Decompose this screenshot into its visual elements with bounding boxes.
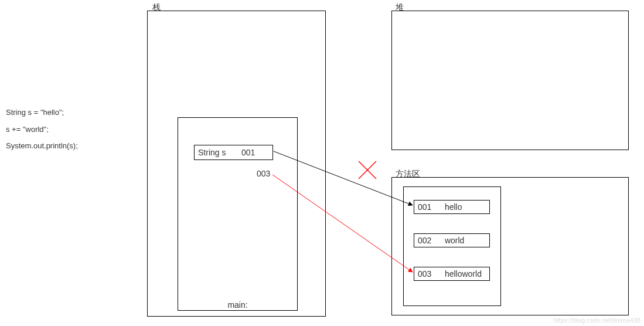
code-block: String s = "hello"; s += "world"; System… <box>6 104 78 155</box>
svg-line-0 <box>359 161 376 179</box>
pool-entry-001: 001 hello <box>414 200 490 214</box>
variable-name: String s <box>198 148 239 157</box>
cross-icon <box>359 161 376 179</box>
variable-addr-new: 003 <box>257 169 270 178</box>
pool-addr: 003 <box>418 269 442 279</box>
variable-addr-old: 001 <box>241 148 255 157</box>
pool-entry-003: 003 helloworld <box>414 267 490 281</box>
pool-addr: 001 <box>418 202 442 212</box>
pool-entry-002: 002 world <box>414 233 490 247</box>
pool-addr: 002 <box>418 236 442 245</box>
watermark: https://blog.csdn.net/jinima438 <box>553 317 640 324</box>
svg-line-1 <box>359 161 376 179</box>
heap-box <box>391 11 629 150</box>
pool-value: helloworld <box>445 269 482 279</box>
code-line-3: System.out.println(s); <box>6 138 78 155</box>
pool-value: world <box>445 236 464 245</box>
pool-value: hello <box>445 202 462 212</box>
code-line-2: s += "world"; <box>6 121 78 138</box>
code-line-1: String s = "hello"; <box>6 104 78 121</box>
main-frame-label: main: <box>179 300 297 310</box>
variable-string-s: String s 001 <box>194 145 273 160</box>
